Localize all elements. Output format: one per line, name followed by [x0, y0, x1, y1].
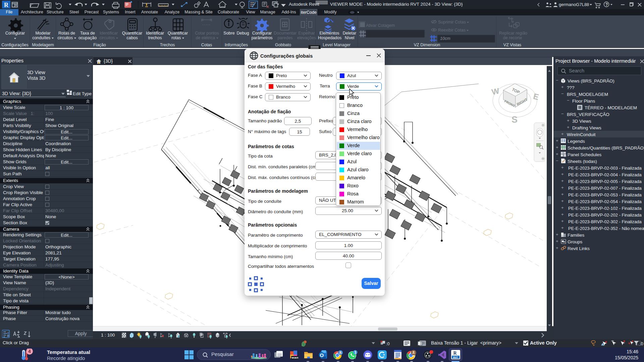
svg-text:germanoG7L88: germanoG7L88 — [559, 2, 589, 7]
svg-text:RVT: RVT — [453, 356, 458, 359]
svg-text:R: R — [4, 2, 9, 8]
svg-text::0: :0 — [640, 341, 643, 346]
svg-text:W: W — [491, 86, 500, 97]
svg-text:O: O — [320, 352, 324, 358]
svg-text:4: 4 — [28, 349, 31, 354]
svg-text::0: :0 — [386, 341, 390, 346]
svg-text:E: E — [532, 92, 540, 102]
svg-text:M365: M365 — [292, 356, 299, 359]
svg-text:?: ? — [605, 2, 608, 7]
svg-text:S: S — [512, 115, 518, 125]
svg-text:R: R — [453, 351, 457, 356]
svg-text:1: 1 — [355, 351, 357, 354]
svg-text:1: 1 — [198, 3, 200, 6]
